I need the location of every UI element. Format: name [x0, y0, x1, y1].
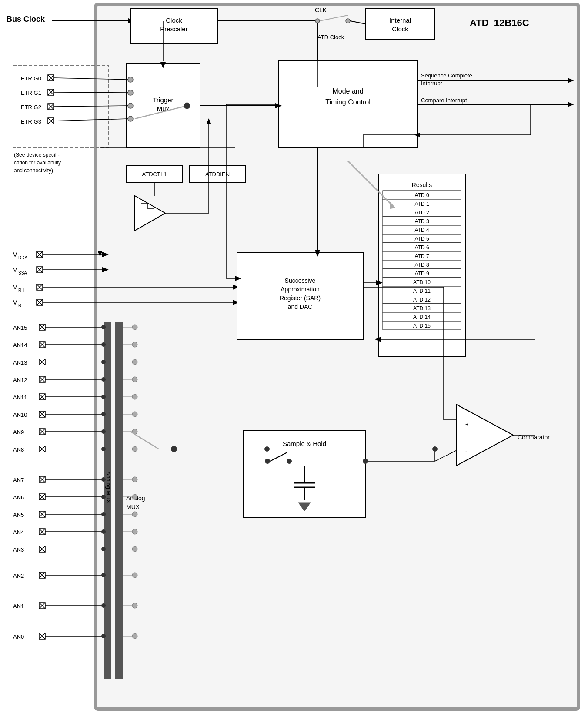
- svg-point-208: [101, 603, 106, 608]
- svg-point-108: [132, 325, 137, 330]
- svg-point-215: [101, 634, 106, 638]
- svg-point-194: [101, 547, 106, 551]
- internal-clock-label2: Clock: [392, 25, 408, 33]
- svg-rect-5: [365, 9, 435, 39]
- analog-mux-label: Analog MUX: [105, 472, 112, 503]
- seq-complete-label2: Interrupt: [421, 80, 442, 87]
- svg-point-44: [184, 103, 190, 109]
- vdda-label: V: [13, 251, 17, 258]
- chip-name: ATD_12B16C: [470, 17, 529, 28]
- svg-point-107: [101, 325, 106, 329]
- svg-point-143: [132, 412, 137, 417]
- clock-prescaler-label: Clock: [166, 17, 182, 24]
- atd-clock-label: ATD Clock: [317, 34, 344, 40]
- analog-mux-label3: MUX: [126, 503, 140, 510]
- vrh-sub: RH: [18, 288, 24, 293]
- iclk-label: ICLK: [313, 7, 327, 13]
- an12-label: AN12: [13, 377, 27, 383]
- svg-point-114: [101, 342, 106, 347]
- mode-timing-label: Mode and: [332, 87, 363, 95]
- svg-point-38: [128, 116, 133, 121]
- sar-label3: Register (SAR): [280, 295, 321, 302]
- svg-point-235: [363, 459, 368, 464]
- an11-label: AN11: [13, 394, 27, 401]
- atd4: ATD 4: [414, 227, 429, 233]
- svg-point-149: [101, 429, 106, 434]
- compare-interrupt-label: Compare Interrupt: [421, 97, 467, 104]
- atd1: ATD 1: [414, 201, 429, 207]
- svg-point-174: [132, 494, 137, 499]
- diagram-container: ATD_12B16C Bus Clock Clock Prescaler Int…: [0, 0, 588, 717]
- an8-label: AN8: [13, 446, 24, 453]
- atd3: ATD 3: [414, 218, 429, 224]
- svg-point-167: [132, 477, 137, 482]
- an1-label: AN1: [13, 603, 24, 610]
- an3-label: AN3: [13, 546, 24, 553]
- sar-label: Successive: [285, 277, 316, 284]
- svg-point-115: [132, 342, 137, 347]
- results-label: Results: [412, 181, 432, 188]
- atd12: ATD 12: [413, 297, 431, 303]
- sar-label2: Approximation: [281, 286, 320, 293]
- svg-point-156: [101, 447, 106, 451]
- svg-point-135: [101, 395, 106, 399]
- svg-point-136: [132, 394, 137, 399]
- seq-complete-label: Sequence Complete: [421, 72, 472, 79]
- atdctl1-label: ATDCTL1: [142, 171, 167, 178]
- svg-point-129: [132, 377, 137, 382]
- vdda-sub: DDA: [18, 255, 27, 260]
- an2-label: AN2: [13, 573, 24, 579]
- svg-point-209: [132, 603, 137, 608]
- svg-point-35: [128, 77, 133, 82]
- internal-clock-label: Internal: [389, 17, 411, 24]
- etrig1-label: ETRIG1: [21, 90, 41, 96]
- bus-clock-label: Bus Clock: [7, 15, 45, 23]
- svg-point-128: [101, 377, 106, 382]
- atd13: ATD 13: [413, 305, 431, 312]
- vssa-label: V: [13, 266, 17, 273]
- svg-point-121: [101, 360, 106, 364]
- svg-point-37: [128, 103, 133, 108]
- comp-plus: +: [465, 421, 469, 428]
- atd0: ATD 0: [414, 192, 429, 198]
- an14-label: AN14: [13, 342, 27, 348]
- svg-point-173: [101, 495, 106, 499]
- svg-point-216: [132, 633, 137, 639]
- atd14: ATD 14: [413, 314, 431, 320]
- vssa-sub: SSA: [18, 271, 27, 275]
- svg-point-221: [287, 459, 292, 464]
- svg-point-202: [132, 573, 137, 578]
- an13-label: AN13: [13, 359, 27, 366]
- svg-point-142: [101, 412, 106, 416]
- vrl-sub: RL: [18, 303, 24, 308]
- svg-line-40: [54, 92, 128, 93]
- an7-label: AN7: [13, 477, 24, 483]
- svg-point-180: [101, 512, 106, 516]
- trigger-mux-label: Trigger: [153, 96, 174, 104]
- note-label2: cation for availability: [14, 160, 61, 166]
- an4-label: AN4: [13, 529, 24, 536]
- atd7: ATD 7: [414, 253, 429, 259]
- an0-label: AN0: [13, 633, 24, 640]
- sar-label4: and DAC: [288, 303, 313, 310]
- etrig2-label: ETRIG2: [21, 104, 41, 111]
- mode-timing-label2: Timing Control: [325, 98, 370, 106]
- svg-point-7: [315, 19, 320, 23]
- atd2: ATD 2: [414, 210, 429, 216]
- an6-label: AN6: [13, 494, 24, 501]
- atd9: ATD 9: [414, 271, 429, 277]
- svg-point-188: [132, 529, 137, 534]
- an15-label: AN15: [13, 325, 27, 331]
- clock-prescaler-label2: Prescaler: [160, 25, 187, 33]
- sample-hold-label: Sample & Hold: [283, 440, 326, 447]
- etrig0-label: ETRIG0: [21, 75, 41, 82]
- svg-point-9: [346, 19, 350, 23]
- svg-rect-102: [115, 322, 123, 679]
- etrig3-label: ETRIG3: [21, 118, 41, 125]
- vrl-label: V: [13, 299, 17, 306]
- comp-minus: -: [465, 447, 467, 454]
- svg-point-122: [132, 359, 137, 365]
- an10-label: AN10: [13, 412, 27, 418]
- atd8: ATD 8: [414, 262, 429, 268]
- vrh-label: V: [13, 284, 17, 291]
